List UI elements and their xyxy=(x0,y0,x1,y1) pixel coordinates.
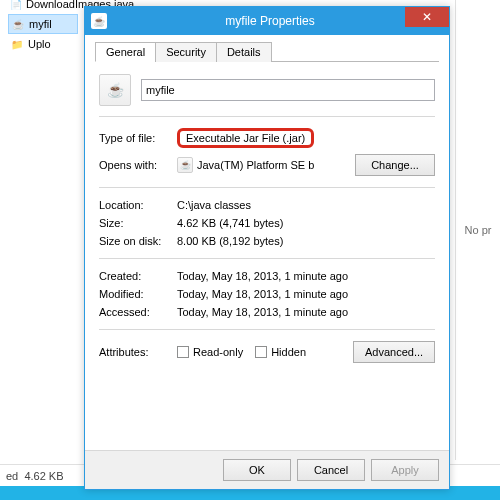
checkbox-box xyxy=(177,346,189,358)
size-on-disk-value: 8.00 KB (8,192 bytes) xyxy=(177,235,435,247)
file-name: Uplo xyxy=(28,38,51,50)
dialog-body: General Security Details ☕ Type of file:… xyxy=(85,35,449,450)
list-item[interactable]: 📁 Uplo xyxy=(8,34,78,54)
separator xyxy=(99,258,435,259)
tab-strip: General Security Details xyxy=(95,41,439,62)
opens-with-value: Java(TM) Platform SE b xyxy=(197,159,355,171)
jar-file-icon: ☕ xyxy=(11,17,25,31)
created-value: Today, May 18, 2013, 1 minute ago xyxy=(177,270,435,282)
java-file-icon: 📄 xyxy=(10,0,22,11)
checkbox-box xyxy=(255,346,267,358)
list-item[interactable]: ☕ myfil 5/18/2013 12:02 PM xyxy=(8,14,78,34)
hidden-checkbox[interactable]: Hidden xyxy=(255,346,306,358)
size-on-disk-label: Size on disk: xyxy=(99,235,177,247)
list-item[interactable]: 📄 DownloadImages.java xyxy=(8,0,78,14)
cancel-button[interactable]: Cancel xyxy=(297,459,365,481)
tab-security[interactable]: Security xyxy=(155,42,217,62)
apply-button[interactable]: Apply xyxy=(371,459,439,481)
location-value: C:\java classes xyxy=(177,199,435,211)
close-button[interactable]: ✕ xyxy=(405,7,449,27)
jar-file-icon: ☕ xyxy=(99,74,131,106)
file-name: myfil xyxy=(29,18,52,30)
modified-label: Modified: xyxy=(99,288,177,300)
filename-input[interactable] xyxy=(141,79,435,101)
separator xyxy=(99,329,435,330)
tab-content-general: ☕ Type of file: Executable Jar File (.ja… xyxy=(95,70,439,366)
close-icon: ✕ xyxy=(422,10,432,24)
location-label: Location: xyxy=(99,199,177,211)
readonly-label: Read-only xyxy=(193,346,243,358)
size-label: Size: xyxy=(99,217,177,229)
file-list: 📄 DownloadImages.java ☕ myfil 5/18/2013 … xyxy=(8,0,78,54)
tab-details[interactable]: Details xyxy=(216,42,272,62)
titlebar[interactable]: ☕ myfile Properties ✕ xyxy=(85,7,449,35)
hidden-label: Hidden xyxy=(271,346,306,358)
accessed-value: Today, May 18, 2013, 1 minute ago xyxy=(177,306,435,318)
java-icon: ☕ xyxy=(177,157,193,173)
status-size: 4.62 KB xyxy=(24,470,63,482)
status-prefix: ed xyxy=(6,470,18,482)
separator xyxy=(99,116,435,117)
type-value: Executable Jar File (.jar) xyxy=(177,128,314,148)
readonly-checkbox[interactable]: Read-only xyxy=(177,346,243,358)
dialog-title: myfile Properties xyxy=(91,14,449,28)
size-value: 4.62 KB (4,741 bytes) xyxy=(177,217,435,229)
separator xyxy=(99,187,435,188)
attributes-label: Attributes: xyxy=(99,346,177,358)
properties-dialog: ☕ myfile Properties ✕ General Security D… xyxy=(84,6,450,490)
accessed-label: Accessed: xyxy=(99,306,177,318)
opens-with-label: Opens with: xyxy=(99,159,177,171)
change-button[interactable]: Change... xyxy=(355,154,435,176)
dialog-button-bar: OK Cancel Apply xyxy=(85,450,449,489)
type-label: Type of file: xyxy=(99,132,177,144)
ok-button[interactable]: OK xyxy=(223,459,291,481)
preview-pane: No pr xyxy=(455,0,500,460)
folder-icon: 📁 xyxy=(10,37,24,51)
modified-value: Today, May 18, 2013, 1 minute ago xyxy=(177,288,435,300)
tab-general[interactable]: General xyxy=(95,42,156,62)
advanced-button[interactable]: Advanced... xyxy=(353,341,435,363)
created-label: Created: xyxy=(99,270,177,282)
preview-text: No pr xyxy=(465,224,492,236)
